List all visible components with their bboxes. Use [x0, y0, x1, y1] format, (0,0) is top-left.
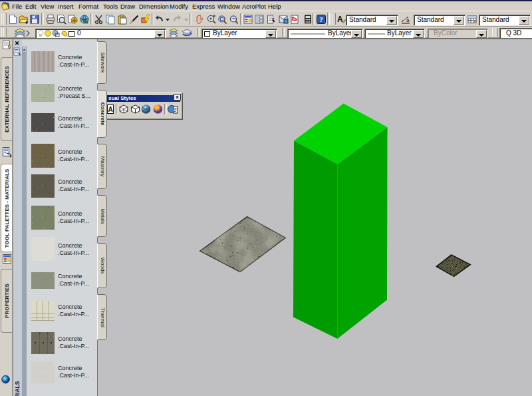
svg-text:A: A [337, 15, 343, 24]
svg-text:A: A [108, 106, 112, 113]
svg-text:?: ? [319, 15, 323, 23]
svg-text:a: a [406, 17, 410, 23]
